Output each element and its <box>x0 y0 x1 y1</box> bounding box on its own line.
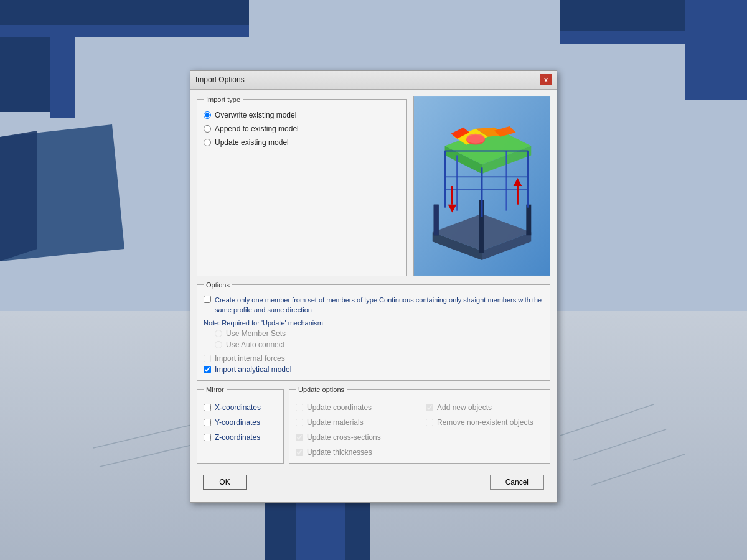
mirror-options: X-coordinates Y-coordinates Z-coordinate… <box>204 401 277 442</box>
import-options-dialog: Import Options x Import type Overwrite e… <box>190 70 557 503</box>
close-button[interactable]: x <box>540 74 552 85</box>
svg-rect-23 <box>526 204 531 235</box>
mirror-z[interactable]: Z-coordinates <box>204 433 277 442</box>
update-fieldset: Update options Update coordinates Update… <box>289 386 550 464</box>
sub-options: Use Member Sets Use Auto connect <box>215 329 543 349</box>
update-cross-sections-label: Update cross-sections <box>307 433 381 442</box>
radio-item-append[interactable]: Append to existing model <box>204 124 400 133</box>
options-fieldset: Options Create only one member from set … <box>197 281 550 381</box>
add-new-objects-label: Add new objects <box>437 403 492 412</box>
update-thicknesses-label: Update thicknesses <box>307 448 372 457</box>
import-type-legend: Import type <box>204 96 243 103</box>
structure-preview-svg <box>414 96 550 276</box>
radio-update[interactable] <box>204 139 211 146</box>
mirror-legend: Mirror <box>204 386 227 393</box>
radio-member-sets-label: Use Member Sets <box>226 329 286 338</box>
update-coords-checkbox[interactable] <box>296 404 303 411</box>
mirror-y-label: Y-coordinates <box>215 418 260 427</box>
radio-overwrite-label: Overwrite existing model <box>215 111 296 119</box>
create-member-checkbox[interactable] <box>204 296 211 303</box>
svg-point-33 <box>466 133 485 143</box>
radio-update-label: Update existing model <box>215 138 289 147</box>
mirror-x-label: X-coordinates <box>215 403 261 412</box>
update-coordinates[interactable]: Update coordinates <box>296 403 413 412</box>
import-internal-forces-checkbox[interactable] <box>204 355 211 362</box>
dialog-title: Import Options <box>195 75 245 84</box>
update-materials-checkbox[interactable] <box>296 419 303 426</box>
preview-box <box>413 96 550 276</box>
import-internal-forces-option[interactable]: Import internal forces <box>204 354 543 363</box>
import-analytical-model-label: Import analytical model <box>215 365 291 374</box>
update-cross-sections[interactable]: Update cross-sections <box>296 433 413 442</box>
mirror-y-checkbox[interactable] <box>204 419 211 426</box>
radio-auto-connect-label: Use Auto connect <box>226 340 284 349</box>
add-new-objects[interactable]: Add new objects <box>426 403 543 412</box>
remove-nonexistent-checkbox[interactable] <box>426 419 433 426</box>
update-right-col: Add new objects Remove non-existent obje… <box>426 401 543 457</box>
mirror-fieldset: Mirror X-coordinates Y-coordinates Z- <box>197 386 284 464</box>
create-member-text: Create only one member from set of membe… <box>215 296 542 314</box>
radio-append-label: Append to existing model <box>215 124 299 133</box>
remove-nonexistent-label: Remove non-existent objects <box>437 418 533 427</box>
update-cross-sections-checkbox[interactable] <box>296 434 303 441</box>
update-coords-label: Update coordinates <box>307 403 372 412</box>
dialog-overlay: Import Options x Import type Overwrite e… <box>0 0 747 560</box>
mirror-y[interactable]: Y-coordinates <box>204 418 277 427</box>
mirror-z-checkbox[interactable] <box>204 434 211 441</box>
options-legend: Options <box>204 281 232 289</box>
import-type-radio-group: Overwrite existing model Append to exist… <box>204 111 400 147</box>
update-thicknesses-checkbox[interactable] <box>296 449 303 456</box>
cancel-button[interactable]: Cancel <box>490 475 544 490</box>
update-left-col: Update coordinates Update materials Upda… <box>296 401 413 457</box>
remove-nonexistent[interactable]: Remove non-existent objects <box>426 418 543 427</box>
radio-item-overwrite[interactable]: Overwrite existing model <box>204 111 400 119</box>
ok-button[interactable]: OK <box>203 475 247 490</box>
import-analytical-model-option[interactable]: Import analytical model <box>204 365 543 374</box>
mirror-x-checkbox[interactable] <box>204 404 211 411</box>
mirror-z-label: Z-coordinates <box>215 433 260 442</box>
create-member-option[interactable]: Create only one member from set of membe… <box>204 295 543 315</box>
bottom-section: Mirror X-coordinates Y-coordinates Z- <box>197 386 550 464</box>
radio-member-sets[interactable] <box>215 330 222 337</box>
import-internal-forces-label: Import internal forces <box>215 354 285 363</box>
update-materials-label: Update materials <box>307 418 364 427</box>
create-member-label: Create only one member from set of membe… <box>215 295 543 315</box>
mirror-x[interactable]: X-coordinates <box>204 403 277 412</box>
radio-item-update[interactable]: Update existing model <box>204 138 400 147</box>
dialog-footer: OK Cancel <box>197 470 550 496</box>
import-analytical-model-checkbox[interactable] <box>204 366 211 373</box>
top-section: Import type Overwrite existing model App… <box>197 96 550 276</box>
update-materials[interactable]: Update materials <box>296 418 413 427</box>
update-thicknesses[interactable]: Update thicknesses <box>296 448 413 457</box>
radio-use-member-sets[interactable]: Use Member Sets <box>215 329 543 338</box>
note-text: Note: Required for 'Update' mechanism <box>204 319 543 327</box>
import-type-fieldset: Import type Overwrite existing model App… <box>197 96 407 276</box>
radio-append[interactable] <box>204 125 211 133</box>
dialog-body: Import type Overwrite existing model App… <box>190 90 557 502</box>
radio-overwrite[interactable] <box>204 111 211 119</box>
update-legend: Update options <box>296 386 347 393</box>
update-columns: Update coordinates Update materials Upda… <box>296 401 543 457</box>
radio-auto-connect[interactable] <box>215 341 222 348</box>
svg-rect-24 <box>434 204 439 235</box>
radio-use-auto-connect[interactable]: Use Auto connect <box>215 340 543 349</box>
dialog-titlebar: Import Options x <box>190 71 557 90</box>
add-new-objects-checkbox[interactable] <box>426 404 433 411</box>
